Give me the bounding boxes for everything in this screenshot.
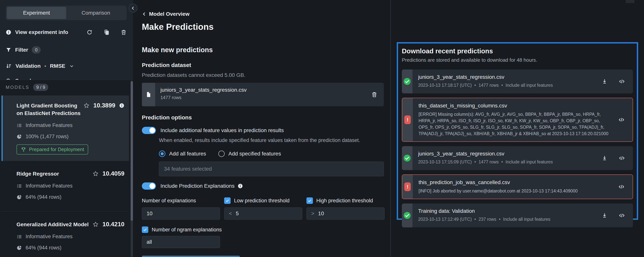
num-explanations-label: Number of explanations [142, 198, 196, 204]
high-threshold-checkbox[interactable] [306, 197, 313, 204]
feature-list-icon [16, 123, 22, 128]
sort-separator: • [44, 63, 46, 69]
window-corner-artifact [626, 0, 634, 3]
error-message: [INFO] Job aborted by user.name@datarobo… [418, 188, 610, 194]
star-icon[interactable] [84, 103, 90, 109]
greater-than-prefix: > [311, 210, 314, 216]
dataset-size-note: Prediction datasets cannot exceed 5.00 G… [142, 72, 384, 78]
code-icon[interactable] [618, 78, 625, 85]
success-check-icon [403, 212, 411, 219]
model-feature-list: Informative Features [26, 234, 73, 239]
model-name: Light Gradient Boosting on ElasticNet Pr… [16, 102, 84, 117]
prediction-dataset-heading: Prediction dataset [142, 62, 384, 68]
sort-metric-label: RMSE [50, 63, 65, 69]
score-info-icon[interactable] [119, 103, 124, 108]
high-threshold-input[interactable]: > 10 [306, 207, 384, 220]
models-section-label: MODELS [6, 85, 30, 90]
model-card-light-gradient-boosting[interactable]: Light Gradient Boosting on ElasticNet Pr… [2, 96, 129, 161]
trash-icon[interactable] [120, 29, 127, 35]
model-card-generalized-additive2[interactable]: Generalized Additive2 Model 10.4210 Info… [2, 214, 129, 257]
sample-pie-icon [16, 134, 22, 139]
sidebar-scrollbar-thumb[interactable] [131, 81, 133, 221]
filter-label: Filter [15, 47, 28, 53]
radio-add-specified-features[interactable]: Add specified features [218, 150, 281, 157]
make-new-predictions-heading: Make new predictions [142, 46, 384, 54]
model-sample-size: 64% (944 rows) [26, 245, 62, 251]
sidebar-collapse-button[interactable] [129, 4, 138, 13]
low-threshold-checkbox[interactable] [224, 197, 230, 204]
status-strip [402, 146, 412, 170]
sort-control[interactable]: Validation • RMSE [6, 63, 127, 69]
row-count: 1477 rows [479, 159, 499, 164]
page-title: Make Predictions [142, 22, 384, 32]
code-icon[interactable] [618, 212, 625, 219]
star-icon[interactable] [92, 221, 98, 227]
model-score: 10.4059 [102, 170, 124, 177]
star-icon[interactable] [92, 171, 98, 177]
download-icon[interactable] [602, 212, 608, 218]
sort-partition-label: Validation [16, 63, 40, 69]
tab-experiment[interactable]: Experiment [7, 7, 66, 19]
code-icon[interactable] [618, 155, 625, 161]
error-status-icon: ! [404, 182, 411, 191]
model-extra: None [26, 256, 38, 257]
sample-pie-icon [16, 194, 22, 200]
status-strip: ! [402, 98, 413, 141]
row-count: 1477 rows [479, 83, 499, 88]
prediction-meta: 2023-10-13 17:18:17 (UTC)•1477 rows•Incl… [418, 83, 596, 88]
prediction-options-heading: Prediction options [142, 114, 384, 121]
num-explanations-input[interactable]: 10 [142, 207, 220, 220]
features-note: Include all input features [506, 83, 553, 88]
model-score: 10.4210 [102, 221, 124, 228]
ngram-label: Number of ngram explanations [152, 227, 222, 233]
radio-unselected-icon [218, 150, 225, 157]
ngram-checkbox[interactable] [142, 226, 148, 233]
copy-icon[interactable] [104, 29, 110, 35]
include-explanations-toggle[interactable] [142, 182, 156, 190]
feature-list-icon [16, 183, 22, 189]
model-card-ridge-regressor[interactable]: Ridge Regressor 10.4059 Informative Feat… [2, 164, 129, 206]
model-feature-list: Informative Features [26, 122, 73, 128]
download-recent-predictions-panel: Download recent predictions Predictions … [397, 42, 638, 220]
ngram-input[interactable]: all [142, 236, 220, 248]
prediction-item: juniors_3_year_stats_regression.csv 2023… [402, 146, 633, 170]
prediction-dataset-card: juniors_3_year_stats_regression.csv 1477… [142, 83, 384, 106]
sort-icon [6, 63, 12, 69]
download-icon[interactable] [602, 78, 608, 85]
timestamp: 2023-10-13 17:18:17 (UTC) [418, 83, 472, 88]
low-threshold-input[interactable]: < 5 [224, 207, 302, 220]
include-features-toggle[interactable] [142, 127, 156, 134]
error-message: [ERROR] Missing column(s): AVG_fr, AVG_j… [418, 111, 610, 137]
main-scrollbar-track[interactable] [390, 0, 391, 257]
include-features-hint: When enabled, results include specified … [159, 137, 384, 143]
sidebar-tabs: Experiment Comparison [6, 6, 127, 20]
radio-add-all-features[interactable]: Add all features [159, 150, 206, 157]
explanations-info-icon[interactable] [238, 183, 243, 189]
app-window: Experiment Comparison View experiment in… [0, 0, 644, 257]
models-list: MODELS 9 / 9 Light Gradient Boosting on … [0, 80, 133, 257]
error-status-icon: ! [404, 115, 411, 124]
main-content: Model Overview Make Predictions Make new… [133, 0, 390, 257]
back-link-model-overview[interactable]: Model Overview [142, 11, 384, 17]
features-selected-field[interactable]: 34 features selected [159, 161, 384, 176]
tab-comparison[interactable]: Comparison [66, 7, 126, 19]
compute-and-download-button[interactable]: Compute and download predictions [142, 256, 240, 257]
filter-funnel-icon [6, 47, 12, 53]
code-icon[interactable] [618, 183, 625, 190]
dataset-row-count: 1477 rows [160, 95, 246, 100]
radio-selected-icon [159, 150, 165, 157]
code-icon[interactable] [618, 117, 625, 123]
model-divider [2, 211, 129, 212]
model-feature-list: Informative Features [26, 183, 73, 189]
refresh-icon[interactable] [86, 29, 92, 35]
trophy-icon [21, 147, 26, 152]
sample-size-icon [16, 256, 22, 257]
download-icon[interactable] [602, 155, 608, 161]
models-count-badge: 9 / 9 [33, 84, 48, 91]
file-icon [146, 92, 152, 98]
view-experiment-info-link[interactable]: View experiment info [15, 29, 68, 35]
remove-dataset-button[interactable] [371, 83, 384, 106]
filter-control[interactable]: Filter 0 [6, 46, 127, 54]
less-than-prefix: < [229, 210, 232, 216]
prediction-meta: 2023-10-13 17:15:09 (UTC)•1477 rows•Incl… [418, 159, 596, 165]
